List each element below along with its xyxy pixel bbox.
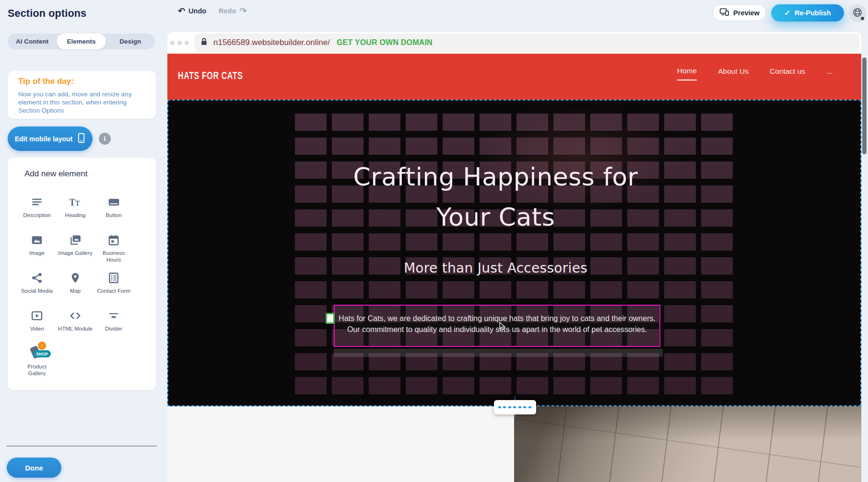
nav-contact-us[interactable]: Contact us bbox=[770, 67, 805, 80]
hero-section-selected[interactable]: Crafting Happiness for Your Cats More th… bbox=[167, 100, 861, 406]
svg-text:T: T bbox=[69, 197, 76, 207]
page-title: Section options bbox=[8, 8, 86, 20]
hero-body-line2: Our commitment to quality and individual… bbox=[335, 324, 659, 335]
element-label: Button bbox=[106, 212, 121, 218]
address-bar[interactable]: n1566589.websitebuilder.online/ GET YOUR… bbox=[194, 34, 859, 52]
site-logo[interactable]: HATS FOR CATS bbox=[178, 69, 243, 82]
done-button[interactable]: Done bbox=[7, 458, 61, 478]
html-module-icon bbox=[68, 309, 82, 323]
add-element-image[interactable]: Image bbox=[18, 227, 56, 265]
info-icon[interactable]: i bbox=[99, 133, 111, 145]
add-element-divider[interactable]: Divider bbox=[94, 303, 133, 341]
scrollbar-thumb[interactable] bbox=[862, 57, 867, 154]
edit-mobile-layout-button[interactable]: Edit mobile layout bbox=[8, 126, 93, 151]
site-header: HATS FOR CATS Home About Us Contact us .… bbox=[167, 54, 861, 100]
svg-text:T: T bbox=[75, 200, 80, 207]
add-element-image-gallery[interactable]: Image Gallery bbox=[56, 227, 94, 265]
hero-subheading: More than Just Accessories bbox=[150, 260, 842, 276]
redo-button[interactable]: Redo ↷ bbox=[219, 7, 246, 15]
done-label: Done bbox=[25, 464, 43, 472]
get-your-own-domain-link[interactable]: GET YOUR OWN DOMAIN bbox=[337, 38, 433, 47]
element-label: Contact Form bbox=[97, 287, 130, 294]
undo-button[interactable]: ↶ Undo bbox=[178, 7, 206, 15]
republish-button[interactable]: ✓ Re-Publish bbox=[771, 4, 844, 22]
next-section-floor-image bbox=[514, 406, 861, 482]
add-element-video[interactable]: Video bbox=[18, 303, 56, 341]
element-label: HTML Module bbox=[58, 325, 93, 332]
add-element-button[interactable]: Button bbox=[94, 189, 133, 227]
devices-icon bbox=[719, 7, 729, 18]
preview-label: Preview bbox=[733, 9, 760, 17]
app-window: Section options ↶ Undo Redo ↷ Preview ✓ … bbox=[0, 0, 868, 482]
element-label: Image bbox=[29, 250, 45, 256]
tab-elements[interactable]: Elements bbox=[57, 34, 106, 49]
upgrade-arrow-badge: ↑ bbox=[38, 342, 46, 350]
next-section-blank bbox=[167, 406, 514, 482]
element-label: Description bbox=[23, 212, 51, 218]
description-icon bbox=[30, 195, 44, 209]
element-label: Heading bbox=[65, 212, 86, 218]
browser-dot-1 bbox=[170, 41, 175, 45]
section-resize-handle[interactable]: ↓ ↑ bbox=[494, 400, 536, 414]
add-element-map[interactable]: Map bbox=[56, 265, 94, 303]
mouse-cursor bbox=[499, 322, 506, 333]
element-label: Map bbox=[70, 287, 81, 294]
republish-label: Re-Publish bbox=[795, 9, 831, 17]
globe-badge-dot bbox=[861, 17, 864, 20]
add-element-business-hours[interactable]: Business Hours bbox=[94, 227, 133, 265]
edit-mobile-label: Edit mobile layout bbox=[15, 135, 73, 143]
add-element-heading[interactable]: TT Heading bbox=[56, 189, 94, 227]
arrow-up-icon: ↑ bbox=[494, 413, 536, 419]
add-element-card: Add new element Description TT Heading B… bbox=[8, 158, 156, 390]
undo-label: Undo bbox=[188, 7, 206, 15]
nav-home[interactable]: Home bbox=[677, 67, 697, 80]
add-element-grid: Description TT Heading Button Image bbox=[18, 189, 133, 379]
language-globe-button[interactable] bbox=[848, 4, 866, 22]
redo-label: Redo bbox=[219, 7, 236, 15]
element-label: Social Media bbox=[21, 287, 53, 294]
selected-text-element[interactable]: Hats for Cats, we are dedicated to craft… bbox=[334, 305, 660, 347]
tab-ai-content[interactable]: AI Content bbox=[8, 34, 57, 49]
button-icon bbox=[106, 195, 121, 209]
hero-body-line1: Hats for Cats, we are dedicated to craft… bbox=[335, 313, 659, 324]
heading-icon: TT bbox=[68, 195, 82, 209]
hero-heading-line1: Crafting Happiness for bbox=[150, 162, 842, 191]
shop-badge: SHOP bbox=[33, 350, 51, 357]
resize-dashed-line bbox=[498, 406, 532, 408]
hero-background-glow bbox=[466, 101, 686, 216]
add-element-social-media[interactable]: Social Media bbox=[18, 265, 56, 303]
nav-more[interactable]: ... bbox=[826, 67, 833, 80]
arrow-down-icon: ↓ bbox=[494, 394, 536, 400]
element-label: Image Gallery bbox=[58, 250, 93, 256]
nav-about-us[interactable]: About Us bbox=[718, 67, 749, 80]
add-element-html-module[interactable]: HTML Module bbox=[56, 303, 94, 341]
element-hover-strip bbox=[334, 349, 663, 357]
element-label: Product Gallery bbox=[19, 363, 55, 377]
element-label: Divider bbox=[105, 325, 122, 332]
element-label: Business Hours bbox=[96, 250, 131, 263]
panel-divider bbox=[6, 446, 157, 447]
hero-heading-line2: Your Cats bbox=[150, 203, 842, 231]
product-gallery-icon: ↑ SHOP bbox=[27, 344, 47, 361]
element-label: Video bbox=[30, 325, 44, 332]
add-element-contact-form[interactable]: Contact Form bbox=[94, 265, 133, 303]
tab-design[interactable]: Design bbox=[106, 34, 155, 49]
divider-icon bbox=[106, 309, 121, 323]
panel-tabs: AI Content Elements Design bbox=[8, 34, 155, 49]
add-element-title: Add new element bbox=[24, 169, 87, 179]
business-hours-icon bbox=[106, 233, 121, 247]
image-icon bbox=[30, 233, 44, 247]
undo-icon: ↶ bbox=[178, 8, 185, 14]
add-element-description[interactable]: Description bbox=[18, 189, 56, 227]
image-gallery-icon bbox=[68, 233, 82, 247]
site-nav: Home About Us Contact us ... bbox=[677, 67, 833, 80]
element-drag-handle[interactable] bbox=[326, 313, 335, 324]
preview-button[interactable]: Preview bbox=[713, 4, 766, 21]
phone-icon bbox=[77, 133, 85, 145]
video-icon bbox=[30, 309, 44, 323]
hero-body-text: Hats for Cats, we are dedicated to craft… bbox=[335, 313, 659, 335]
add-element-product-gallery[interactable]: ↑ SHOP Product Gallery bbox=[18, 341, 56, 379]
contact-form-icon bbox=[106, 271, 121, 285]
browser-dot-2 bbox=[177, 41, 182, 45]
redo-icon: ↷ bbox=[239, 8, 246, 14]
